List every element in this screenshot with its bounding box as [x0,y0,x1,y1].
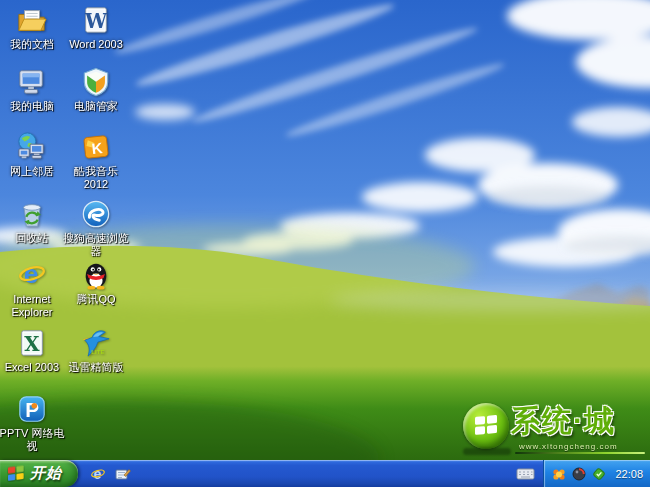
desktop-icon-my-documents[interactable]: 我的文档 [0,5,65,51]
word-2003-icon: W [81,5,111,35]
watermark-smudge [463,448,511,455]
excel-2003-icon: X [17,328,47,358]
icon-label: 腾讯QQ [76,293,115,306]
show-desktop-icon [115,466,131,482]
recycle-bin-icon [17,199,47,229]
icon-label: PPTV 网络电视 [0,427,65,452]
svg-text:P: P [25,398,39,421]
tray-icon-sphere[interactable] [571,466,586,481]
quick-launch-ie-button[interactable]: e [89,465,107,483]
thunder-lite-icon: LITE [81,328,111,358]
system-tray: 22:08 [543,460,650,487]
desktop-icon-internet-explorer[interactable]: e Internet Explorer [0,260,65,318]
input-method-keyboard-icon[interactable] [516,466,535,481]
desktop-icon-thunder-lite[interactable]: LITE 迅雷精简版 [63,328,129,374]
kuwo-music-icon: K [81,132,111,162]
desktop-icon-kuwo-music[interactable]: K 酷我音乐2012 [63,132,129,190]
svg-text:LITE: LITE [91,348,104,355]
svg-text:e: e [24,260,39,289]
network-places-icon [17,132,47,162]
sogou-browser-icon [81,199,111,229]
start-button[interactable]: 开始 [0,460,78,487]
icon-label: 我的文档 [10,38,54,51]
icon-label: 迅雷精简版 [69,361,124,374]
icon-label: 电脑管家 [74,100,118,113]
icon-label: Word 2003 [69,38,123,51]
desktop-icon-network-places[interactable]: 网上邻居 [0,132,65,178]
icon-label: 回收站 [16,232,49,245]
icon-label: 我的电脑 [10,100,54,113]
taskbar-right: 22:08 [516,460,650,487]
clock[interactable]: 22:08 [615,468,643,480]
windows-flag-icon [7,465,25,482]
quick-launch-show-desktop-button[interactable] [114,465,132,483]
internet-explorer-icon: e [90,466,106,482]
my-computer-icon [17,67,47,97]
desktop-icon-sogou-browser[interactable]: 搜狗高速浏览器 [63,199,129,257]
icon-label: Excel 2003 [5,361,59,374]
xitongcheng-watermark: 系统·城 www.xitongcheng.com [461,400,647,460]
pptv-icon: P [17,394,47,424]
icon-label: Internet Explorer [0,293,65,318]
svg-text:e: e [94,466,102,482]
svg-text:W: W [84,10,108,33]
internet-explorer-icon: e [17,260,47,290]
watermark-subtitle: www.xitongcheng.com [519,442,618,451]
tray-icon-green[interactable] [591,466,606,481]
desktop-icon-tencent-qq[interactable]: 腾讯QQ [63,260,129,306]
xitongcheng-logo-icon [463,403,509,449]
icon-label: 网上邻居 [10,165,54,178]
tencent-qq-icon [81,260,111,290]
quick-launch-bar: e [89,465,132,483]
desktop-icon-pc-manager[interactable]: 电脑管家 [63,67,129,113]
tray-icon-orange[interactable] [551,466,566,481]
desktop-icon-my-computer[interactable]: 我的电脑 [0,67,65,113]
desktop-icon-excel-2003[interactable]: X Excel 2003 [0,328,65,374]
desktop-icon-recycle-bin[interactable]: 回收站 [0,199,65,245]
svg-text:X: X [24,333,40,356]
svg-text:K: K [91,139,104,157]
watermark-title: 系统·城 [511,401,615,442]
taskbar: 开始 e [0,460,650,487]
icon-label: 酷我音乐2012 [63,165,129,190]
desktop-icon-word-2003[interactable]: W Word 2003 [63,5,129,51]
start-button-label: 开始 [30,464,62,483]
pc-manager-icon [81,67,111,97]
desktop-screen: 我的文档 W Word 2003 我的电脑 电脑管家 [0,0,650,487]
watermark-swoosh [515,452,645,454]
desktop-icon-pptv[interactable]: P PPTV 网络电视 [0,394,65,452]
icon-label: 搜狗高速浏览器 [63,232,129,257]
my-documents-icon [17,5,47,35]
